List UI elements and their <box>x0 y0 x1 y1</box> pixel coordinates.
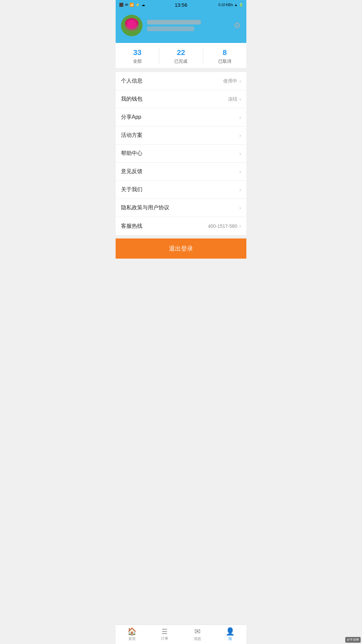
menu-item-right-3: › <box>239 132 241 139</box>
charge-icon: ⚡ <box>135 3 140 7</box>
stats-row: 33 全部 22 已完成 8 已取消 <box>116 43 246 69</box>
menu-item-label-7: 隐私政策与用户协议 <box>121 204 169 211</box>
menu-item-1[interactable]: 我的钱包 冻结 › <box>116 90 246 108</box>
menu-item-3[interactable]: 活动方案 › <box>116 126 246 145</box>
chevron-icon-4: › <box>239 151 241 157</box>
section-divider <box>116 69 246 72</box>
profile-header: ⚙ <box>116 9 246 43</box>
network-speed: 0.10 KB/s <box>219 3 233 7</box>
chevron-icon-0: › <box>239 78 241 84</box>
menu-item-5[interactable]: 意见反馈 › <box>116 163 246 181</box>
user-name <box>147 20 201 24</box>
menu-item-0[interactable]: 个人信息 使用中 › <box>116 72 246 90</box>
status-time: 13:56 <box>175 2 187 8</box>
avatar[interactable] <box>121 15 142 36</box>
stat-all-number: 33 <box>133 48 141 57</box>
stat-completed[interactable]: 22 已完成 <box>159 48 203 64</box>
stat-all[interactable]: 33 全部 <box>116 48 159 64</box>
chevron-icon-1: › <box>239 96 241 102</box>
status-icons: ⬛ ✉ 📶 ⚡ ☁ <box>119 3 145 7</box>
chevron-icon-7: › <box>239 205 241 211</box>
chevron-icon-8: › <box>239 223 241 229</box>
menu-item-label-3: 活动方案 <box>121 132 142 139</box>
menu-item-4[interactable]: 帮助中心 › <box>116 145 246 163</box>
wifi-icon: ☁ <box>141 3 145 7</box>
menu-list: 个人信息 使用中 › 我的钱包 冻结 › 分享App › 活动方案 › <box>116 72 246 235</box>
mail-icon: ✉ <box>125 3 128 7</box>
empty-space <box>116 259 246 319</box>
menu-item-label-0: 个人信息 <box>121 77 142 85</box>
signal-icon: 📶 <box>129 3 134 7</box>
chevron-icon-6: › <box>239 187 241 193</box>
menu-item-label-1: 我的钱包 <box>121 96 142 103</box>
user-info <box>147 20 201 31</box>
menu-item-label-6: 关于我们 <box>121 186 142 193</box>
menu-item-right-1: 冻结 › <box>228 96 241 102</box>
battery: 🔋 <box>239 3 243 7</box>
menu-item-label-5: 意见反馈 <box>121 168 142 175</box>
menu-item-right-4: › <box>239 151 241 157</box>
menu-item-right-5: › <box>239 169 241 175</box>
profile-info <box>121 15 201 36</box>
user-id <box>147 26 194 31</box>
wifi-signal: ▲ <box>234 3 238 7</box>
stat-cancelled-label: 已取消 <box>218 58 231 64</box>
menu-item-label-4: 帮助中心 <box>121 150 142 157</box>
menu-status-8: 400-1517-580 <box>208 223 237 229</box>
stat-completed-label: 已完成 <box>174 58 187 64</box>
stat-cancelled[interactable]: 8 已取消 <box>203 48 246 64</box>
menu-item-2[interactable]: 分享App › <box>116 108 246 126</box>
stat-all-label: 全部 <box>133 58 142 64</box>
menu-item-8[interactable]: 客服热线 400-1517-580 › <box>116 217 246 235</box>
status-bar: ⬛ ✉ 📶 ⚡ ☁ 13:56 0.10 KB/s ▲ 🔋 <box>116 0 246 9</box>
menu-status-1: 冻结 <box>228 96 237 102</box>
status-right: 0.10 KB/s ▲ 🔋 <box>219 3 243 7</box>
chevron-icon-2: › <box>239 114 241 120</box>
menu-status-0: 使用中 <box>223 78 237 84</box>
menu-item-7[interactable]: 隐私政策与用户协议 › <box>116 199 246 217</box>
sim-icon: ⬛ <box>119 3 124 7</box>
menu-item-label-8: 客服热线 <box>121 223 142 230</box>
chevron-icon-5: › <box>239 169 241 175</box>
chevron-icon-3: › <box>239 132 241 139</box>
settings-icon[interactable]: ⚙ <box>234 21 241 30</box>
menu-item-6[interactable]: 关于我们 › <box>116 181 246 199</box>
stat-completed-number: 22 <box>177 48 185 57</box>
stat-cancelled-number: 8 <box>223 48 227 57</box>
menu-item-right-6: › <box>239 187 241 193</box>
menu-item-right-0: 使用中 › <box>223 78 241 84</box>
menu-item-label-2: 分享App <box>121 114 141 121</box>
menu-item-right-8: 400-1517-580 › <box>208 223 241 229</box>
menu-item-right-2: › <box>239 114 241 120</box>
logout-button[interactable]: 退出登录 <box>116 238 246 259</box>
menu-item-right-7: › <box>239 205 241 211</box>
